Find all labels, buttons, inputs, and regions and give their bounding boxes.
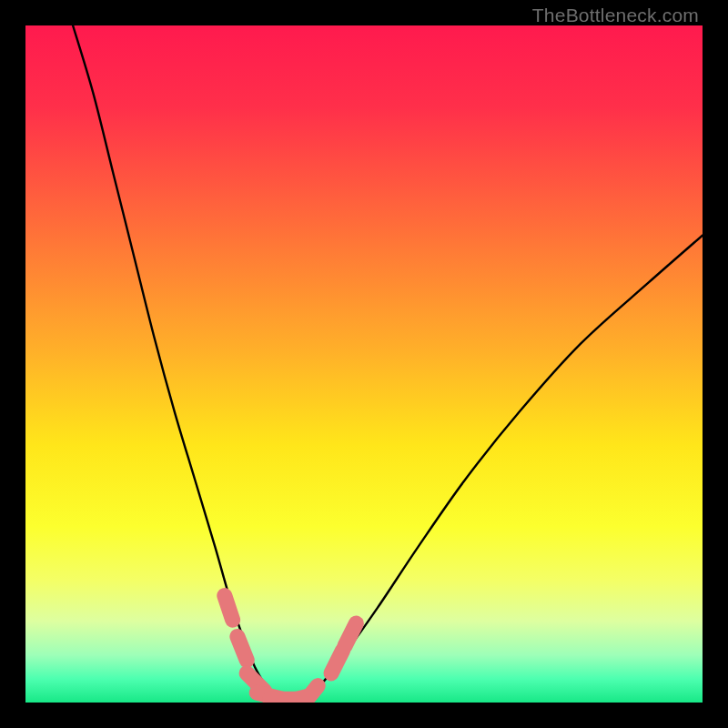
bottleneck-curve	[73, 25, 703, 696]
watermark-text: TheBottleneck.com	[532, 5, 699, 26]
chart-frame: TheBottleneck.com	[0, 0, 728, 728]
marker-cluster-left	[225, 596, 233, 621]
plot-area	[25, 25, 703, 703]
marker-group	[225, 596, 357, 703]
marker-cluster-left2	[238, 636, 247, 660]
marker-valley-4	[302, 686, 318, 703]
marker-cluster-right	[331, 651, 343, 673]
curve-layer	[25, 25, 703, 703]
marker-cluster-right2	[345, 623, 357, 646]
